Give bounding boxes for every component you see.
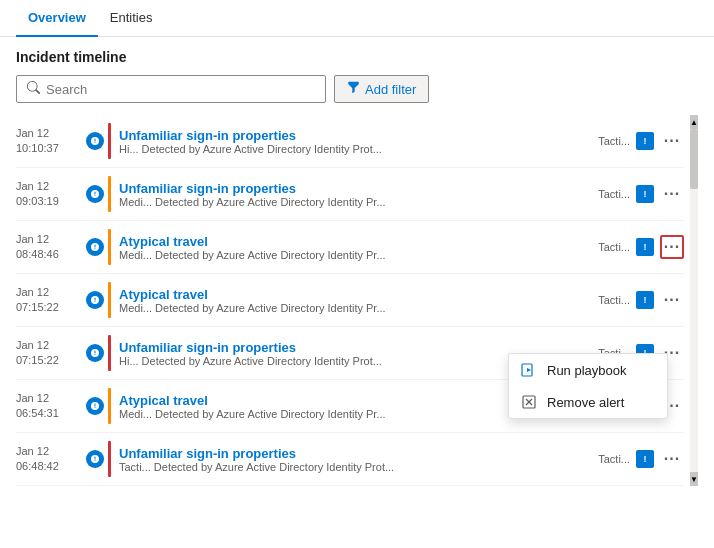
more-button-0[interactable]: ··· [660,129,684,153]
playbook-icon [521,362,537,378]
search-box[interactable] [16,75,326,103]
item-title-3[interactable]: Atypical travel [119,287,590,302]
date-1: Jan 12 [16,179,86,194]
tab-entities[interactable]: Entities [98,0,165,37]
add-filter-label: Add filter [365,82,416,97]
scrollbar-thumb[interactable] [690,129,698,189]
tab-bar: Overview Entities [0,0,714,37]
remove-alert-menu-item[interactable]: Remove alert [509,386,667,418]
tab-overview[interactable]: Overview [16,0,98,37]
alert-icon-6: ! [636,450,654,468]
run-playbook-label: Run playbook [547,363,627,378]
item-right-1: Tacti... ! ··· [590,182,684,206]
content-area: Incident timeline Add filter [0,37,714,498]
more-button-2[interactable]: ··· [660,235,684,259]
filter-icon [347,81,360,97]
date-2: Jan 12 [16,232,86,247]
tactic-0: Tacti... [598,135,630,147]
incident-timeline: Jan 12 10:10:37 Unfamiliar sign-in prope… [16,115,698,486]
remove-icon [521,394,537,410]
tactic-3: Tacti... [598,294,630,306]
more-button-3[interactable]: ··· [660,288,684,312]
more-button-1[interactable]: ··· [660,182,684,206]
remove-alert-label: Remove alert [547,395,624,410]
severity-icon-3 [86,291,104,309]
main-container: Overview Entities Incident timeline [0,0,714,548]
item-title-2[interactable]: Atypical travel [119,234,590,249]
severity-icon-4 [86,344,104,362]
item-meta-5: Medi... Detected by Azure Active Directo… [119,408,429,420]
item-right-0: Tacti... ! ··· [590,129,684,153]
time-1: 09:03:19 [16,194,86,209]
date-0: Jan 12 [16,126,86,141]
time-6: 06:48:42 [16,459,86,474]
severity-bar-3 [108,282,111,318]
table-row: Jan 12 06:48:42 Unfamiliar sign-in prope… [16,433,684,486]
more-button-6[interactable]: ··· [660,447,684,471]
add-filter-button[interactable]: Add filter [334,75,429,103]
severity-icon-1 [86,185,104,203]
time-4: 07:15:22 [16,353,86,368]
scrollbar-track[interactable]: ▲ ▼ [690,115,698,486]
scroll-up-arrow[interactable]: ▲ [690,115,698,129]
date-4: Jan 12 [16,338,86,353]
datetime-4: Jan 12 07:15:22 [16,338,86,369]
tactic-1: Tacti... [598,188,630,200]
item-content-0: Unfamiliar sign-in properties Hi... Dete… [119,128,590,155]
item-title-0[interactable]: Unfamiliar sign-in properties [119,128,590,143]
tactic-2: Tacti... [598,241,630,253]
item-meta-1: Medi... Detected by Azure Active Directo… [119,196,429,208]
alert-icon-1: ! [636,185,654,203]
item-title-6[interactable]: Unfamiliar sign-in properties [119,446,590,461]
item-content-2: Atypical travel Medi... Detected by Azur… [119,234,590,261]
time-0: 10:10:37 [16,141,86,156]
search-icon [27,81,40,97]
date-3: Jan 12 [16,285,86,300]
time-3: 07:15:22 [16,300,86,315]
context-menu: Run playbook Remove alert [508,353,668,419]
datetime-3: Jan 12 07:15:22 [16,285,86,316]
run-playbook-menu-item[interactable]: Run playbook [509,354,667,386]
severity-bar-0 [108,123,111,159]
alert-icon-3: ! [636,291,654,309]
item-meta-3: Medi... Detected by Azure Active Directo… [119,302,429,314]
date-5: Jan 12 [16,391,86,406]
severity-bar-5 [108,388,111,424]
item-meta-6: Tacti... Detected by Azure Active Direct… [119,461,429,473]
severity-icon-0 [86,132,104,150]
section-title: Incident timeline [16,49,698,65]
item-title-1[interactable]: Unfamiliar sign-in properties [119,181,590,196]
table-row: Jan 12 07:15:22 Atypical travel Medi... … [16,274,684,327]
item-meta-4: Hi... Detected by Azure Active Directory… [119,355,429,367]
tactic-6: Tacti... [598,453,630,465]
item-content-6: Unfamiliar sign-in properties Tacti... D… [119,446,590,473]
item-content-3: Atypical travel Medi... Detected by Azur… [119,287,590,314]
search-input[interactable] [46,82,315,97]
datetime-0: Jan 12 10:10:37 [16,126,86,157]
severity-bar-6 [108,441,111,477]
item-content-1: Unfamiliar sign-in properties Medi... De… [119,181,590,208]
datetime-6: Jan 12 06:48:42 [16,444,86,475]
time-2: 08:48:46 [16,247,86,262]
datetime-2: Jan 12 08:48:46 [16,232,86,263]
item-right-6: Tacti... ! ··· [590,447,684,471]
item-meta-2: Medi... Detected by Azure Active Directo… [119,249,429,261]
alert-icon-2: ! [636,238,654,256]
severity-icon-5 [86,397,104,415]
item-right-3: Tacti... ! ··· [590,288,684,312]
severity-bar-4 [108,335,111,371]
scroll-down-arrow[interactable]: ▼ [690,472,698,486]
table-row: Jan 12 08:48:46 Atypical travel Medi... … [16,221,684,274]
severity-bar-1 [108,176,111,212]
datetime-5: Jan 12 06:54:31 [16,391,86,422]
severity-bar-2 [108,229,111,265]
time-5: 06:54:31 [16,406,86,421]
severity-icon-6 [86,450,104,468]
timeline-list: Jan 12 10:10:37 Unfamiliar sign-in prope… [16,115,698,486]
table-row: Jan 12 09:03:19 Unfamiliar sign-in prope… [16,168,684,221]
item-right-2: Tacti... ! ··· [590,235,684,259]
table-row: Jan 12 10:10:37 Unfamiliar sign-in prope… [16,115,684,168]
alert-icon-0: ! [636,132,654,150]
date-6: Jan 12 [16,444,86,459]
search-row: Add filter [16,75,698,103]
